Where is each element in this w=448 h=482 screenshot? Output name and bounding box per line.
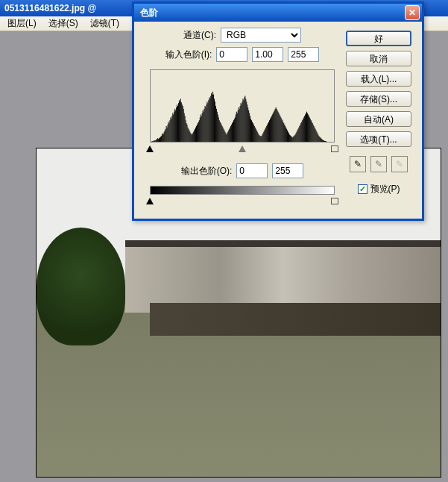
output-slider[interactable]: [150, 199, 335, 207]
input-white-field[interactable]: [288, 47, 319, 62]
eyedropper-gray[interactable]: ✎: [370, 156, 387, 172]
channel-select[interactable]: RGB: [221, 28, 301, 43]
output-white-field[interactable]: [272, 163, 303, 178]
channel-label: 通道(C):: [183, 29, 216, 42]
preview-checkbox[interactable]: ✓: [358, 184, 367, 194]
eyedropper-icon: ✎: [375, 159, 382, 169]
levels-dialog: 色阶 ✕ 通道(C): RGB 输入色阶(I):: [132, 1, 424, 221]
menu-layers[interactable]: 图层(L): [3, 16, 41, 31]
input-gamma-slider[interactable]: [239, 145, 246, 152]
histogram: [150, 69, 335, 143]
input-black-slider[interactable]: [146, 145, 154, 152]
input-gamma-field[interactable]: [252, 47, 283, 62]
dialog-title: 色阶: [140, 7, 158, 19]
output-black-slider[interactable]: [146, 198, 154, 204]
titlebar-filename: 0513116481622.jpg @: [4, 3, 96, 13]
eyedropper-white[interactable]: ✎: [391, 156, 408, 172]
menu-filter[interactable]: 滤镜(T): [86, 16, 124, 31]
dialog-titlebar[interactable]: 色阶 ✕: [134, 4, 422, 22]
save-button[interactable]: 存储(S)...: [346, 91, 411, 107]
input-levels-label: 输入色阶(I):: [165, 48, 212, 61]
eyedropper-group: ✎ ✎ ✎: [350, 156, 408, 172]
input-slider[interactable]: [150, 147, 335, 154]
input-white-slider[interactable]: [331, 145, 338, 152]
preview-checkbox-row[interactable]: ✓ 预览(P): [358, 183, 400, 195]
output-white-slider[interactable]: [331, 198, 338, 204]
output-black-field[interactable]: [236, 163, 268, 178]
eyedropper-icon: ✎: [396, 159, 403, 169]
ok-button[interactable]: 好: [346, 31, 411, 46]
eyedropper-black[interactable]: ✎: [350, 156, 366, 172]
auto-button[interactable]: 自动(A): [346, 111, 411, 127]
preview-label: 预览(P): [370, 183, 400, 195]
input-black-field[interactable]: [216, 47, 247, 62]
options-button[interactable]: 选项(T)...: [346, 131, 411, 147]
output-gradient: [150, 186, 335, 195]
menu-select[interactable]: 选择(S): [44, 16, 83, 31]
load-button[interactable]: 载入(L)...: [346, 71, 411, 87]
close-button[interactable]: ✕: [405, 5, 420, 20]
close-icon: ✕: [408, 7, 416, 18]
cancel-button[interactable]: 取消: [346, 51, 411, 66]
eyedropper-icon: ✎: [354, 159, 362, 169]
output-levels-label: 输出色阶(O):: [181, 165, 233, 178]
